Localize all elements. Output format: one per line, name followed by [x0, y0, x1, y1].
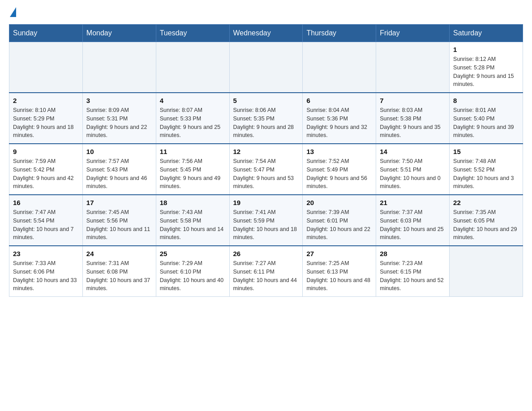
day-info: Sunrise: 8:01 AMSunset: 5:40 PMDaylight:…	[453, 106, 519, 140]
calendar-week-row: 1Sunrise: 8:12 AMSunset: 5:28 PMDaylight…	[9, 42, 523, 93]
day-number: 4	[160, 97, 226, 104]
day-info: Sunrise: 7:37 AMSunset: 6:03 PMDaylight:…	[380, 208, 446, 242]
page-header	[9, 9, 523, 17]
calendar-day-cell: 13Sunrise: 7:52 AMSunset: 5:49 PMDayligh…	[303, 144, 376, 195]
calendar-table: Sunday Monday Tuesday Wednesday Thursday…	[9, 24, 523, 297]
day-info: Sunrise: 7:39 AMSunset: 6:01 PMDaylight:…	[306, 208, 372, 242]
calendar-day-cell: 19Sunrise: 7:41 AMSunset: 5:59 PMDayligh…	[229, 195, 303, 246]
calendar-week-row: 23Sunrise: 7:33 AMSunset: 6:06 PMDayligh…	[9, 246, 523, 297]
day-number: 16	[13, 199, 79, 206]
day-number: 22	[453, 199, 519, 206]
day-info: Sunrise: 7:59 AMSunset: 5:42 PMDaylight:…	[13, 157, 79, 191]
calendar-day-cell: 11Sunrise: 7:56 AMSunset: 5:45 PMDayligh…	[156, 144, 229, 195]
day-number: 28	[380, 250, 446, 257]
calendar-day-cell: 3Sunrise: 8:09 AMSunset: 5:31 PMDaylight…	[82, 93, 156, 144]
col-sunday: Sunday	[9, 25, 83, 42]
col-saturday: Saturday	[450, 25, 523, 42]
day-info: Sunrise: 8:09 AMSunset: 5:31 PMDaylight:…	[86, 106, 152, 140]
day-number: 18	[160, 199, 226, 206]
col-wednesday: Wednesday	[229, 25, 303, 42]
day-number: 2	[13, 97, 79, 104]
calendar-day-cell: 17Sunrise: 7:45 AMSunset: 5:56 PMDayligh…	[82, 195, 156, 246]
calendar-day-cell: 7Sunrise: 8:03 AMSunset: 5:38 PMDaylight…	[376, 93, 450, 144]
day-number: 13	[306, 148, 372, 155]
calendar-day-cell	[156, 42, 229, 93]
day-number: 7	[380, 97, 446, 104]
calendar-day-cell: 8Sunrise: 8:01 AMSunset: 5:40 PMDaylight…	[450, 93, 523, 144]
day-info: Sunrise: 7:45 AMSunset: 5:56 PMDaylight:…	[86, 208, 152, 242]
calendar-header-row: Sunday Monday Tuesday Wednesday Thursday…	[9, 25, 523, 42]
logo	[9, 9, 17, 17]
day-number: 3	[86, 97, 152, 104]
calendar-day-cell: 4Sunrise: 8:07 AMSunset: 5:33 PMDaylight…	[156, 93, 229, 144]
day-number: 15	[453, 148, 519, 155]
day-info: Sunrise: 8:10 AMSunset: 5:29 PMDaylight:…	[13, 106, 79, 140]
day-info: Sunrise: 7:57 AMSunset: 5:43 PMDaylight:…	[86, 157, 152, 191]
col-thursday: Thursday	[303, 25, 376, 42]
day-info: Sunrise: 7:23 AMSunset: 6:15 PMDaylight:…	[380, 259, 446, 293]
day-info: Sunrise: 7:48 AMSunset: 5:52 PMDaylight:…	[453, 157, 519, 191]
calendar-day-cell	[303, 42, 376, 93]
day-number: 26	[233, 250, 299, 257]
day-number: 8	[453, 97, 519, 104]
day-number: 6	[306, 97, 372, 104]
day-number: 14	[380, 148, 446, 155]
calendar-day-cell: 22Sunrise: 7:35 AMSunset: 6:05 PMDayligh…	[450, 195, 523, 246]
day-info: Sunrise: 8:07 AMSunset: 5:33 PMDaylight:…	[160, 106, 226, 140]
calendar-day-cell: 27Sunrise: 7:25 AMSunset: 6:13 PMDayligh…	[303, 246, 376, 297]
day-info: Sunrise: 7:56 AMSunset: 5:45 PMDaylight:…	[160, 157, 226, 191]
calendar-week-row: 16Sunrise: 7:47 AMSunset: 5:54 PMDayligh…	[9, 195, 523, 246]
calendar-day-cell: 14Sunrise: 7:50 AMSunset: 5:51 PMDayligh…	[376, 144, 450, 195]
calendar-day-cell: 26Sunrise: 7:27 AMSunset: 6:11 PMDayligh…	[229, 246, 303, 297]
day-number: 9	[13, 148, 79, 155]
day-info: Sunrise: 7:31 AMSunset: 6:08 PMDaylight:…	[86, 259, 152, 293]
calendar-day-cell: 18Sunrise: 7:43 AMSunset: 5:58 PMDayligh…	[156, 195, 229, 246]
day-number: 23	[13, 250, 79, 257]
calendar-day-cell: 5Sunrise: 8:06 AMSunset: 5:35 PMDaylight…	[229, 93, 303, 144]
day-info: Sunrise: 8:03 AMSunset: 5:38 PMDaylight:…	[380, 106, 446, 140]
calendar-day-cell: 23Sunrise: 7:33 AMSunset: 6:06 PMDayligh…	[9, 246, 83, 297]
calendar-day-cell: 2Sunrise: 8:10 AMSunset: 5:29 PMDaylight…	[9, 93, 83, 144]
day-number: 24	[86, 250, 152, 257]
day-info: Sunrise: 8:06 AMSunset: 5:35 PMDaylight:…	[233, 106, 299, 140]
day-info: Sunrise: 7:35 AMSunset: 6:05 PMDaylight:…	[453, 208, 519, 242]
col-friday: Friday	[376, 25, 450, 42]
day-info: Sunrise: 7:43 AMSunset: 5:58 PMDaylight:…	[160, 208, 226, 242]
calendar-day-cell	[82, 42, 156, 93]
day-info: Sunrise: 7:54 AMSunset: 5:47 PMDaylight:…	[233, 157, 299, 191]
calendar-day-cell: 20Sunrise: 7:39 AMSunset: 6:01 PMDayligh…	[303, 195, 376, 246]
day-info: Sunrise: 7:50 AMSunset: 5:51 PMDaylight:…	[380, 157, 446, 191]
day-number: 5	[233, 97, 299, 104]
calendar-day-cell: 15Sunrise: 7:48 AMSunset: 5:52 PMDayligh…	[450, 144, 523, 195]
day-info: Sunrise: 7:52 AMSunset: 5:49 PMDaylight:…	[306, 157, 372, 191]
day-number: 1	[453, 46, 519, 53]
day-number: 21	[380, 199, 446, 206]
day-info: Sunrise: 7:25 AMSunset: 6:13 PMDaylight:…	[306, 259, 372, 293]
calendar-day-cell	[229, 42, 303, 93]
calendar-day-cell: 9Sunrise: 7:59 AMSunset: 5:42 PMDaylight…	[9, 144, 83, 195]
day-info: Sunrise: 8:04 AMSunset: 5:36 PMDaylight:…	[306, 106, 372, 140]
day-number: 20	[306, 199, 372, 206]
calendar-day-cell	[376, 42, 450, 93]
col-monday: Monday	[82, 25, 156, 42]
calendar-day-cell	[450, 246, 523, 297]
day-info: Sunrise: 7:29 AMSunset: 6:10 PMDaylight:…	[160, 259, 226, 293]
logo-triangle-icon	[10, 7, 16, 17]
day-number: 25	[160, 250, 226, 257]
day-info: Sunrise: 7:33 AMSunset: 6:06 PMDaylight:…	[13, 259, 79, 293]
calendar-day-cell: 6Sunrise: 8:04 AMSunset: 5:36 PMDaylight…	[303, 93, 376, 144]
day-number: 10	[86, 148, 152, 155]
col-tuesday: Tuesday	[156, 25, 229, 42]
calendar-week-row: 9Sunrise: 7:59 AMSunset: 5:42 PMDaylight…	[9, 144, 523, 195]
calendar-day-cell: 16Sunrise: 7:47 AMSunset: 5:54 PMDayligh…	[9, 195, 83, 246]
calendar-day-cell: 12Sunrise: 7:54 AMSunset: 5:47 PMDayligh…	[229, 144, 303, 195]
calendar-day-cell	[9, 42, 83, 93]
calendar-day-cell: 28Sunrise: 7:23 AMSunset: 6:15 PMDayligh…	[376, 246, 450, 297]
day-number: 11	[160, 148, 226, 155]
calendar-week-row: 2Sunrise: 8:10 AMSunset: 5:29 PMDaylight…	[9, 93, 523, 144]
day-info: Sunrise: 8:12 AMSunset: 5:28 PMDaylight:…	[453, 55, 519, 89]
calendar-day-cell: 10Sunrise: 7:57 AMSunset: 5:43 PMDayligh…	[82, 144, 156, 195]
calendar-day-cell: 1Sunrise: 8:12 AMSunset: 5:28 PMDaylight…	[450, 42, 523, 93]
day-info: Sunrise: 7:41 AMSunset: 5:59 PMDaylight:…	[233, 208, 299, 242]
day-info: Sunrise: 7:27 AMSunset: 6:11 PMDaylight:…	[233, 259, 299, 293]
